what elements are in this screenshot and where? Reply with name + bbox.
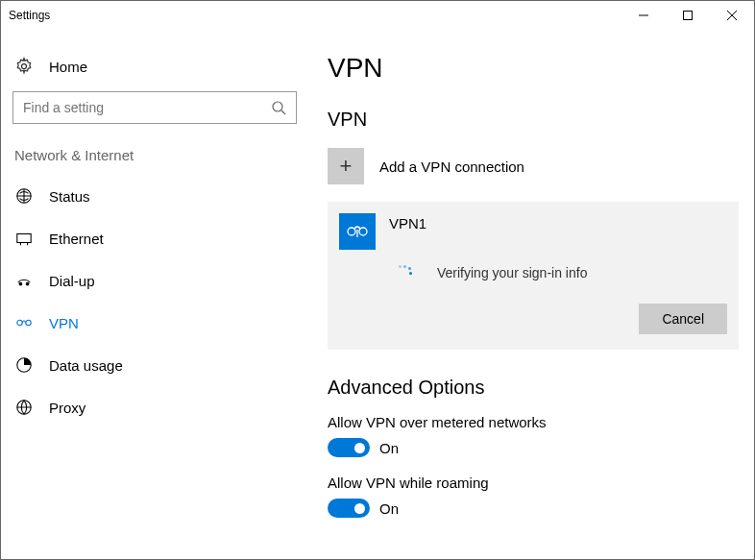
section-title: VPN (328, 109, 739, 131)
toggle-roaming-state: On (379, 500, 399, 517)
svg-point-11 (19, 282, 22, 285)
dialup-icon (14, 271, 34, 290)
sidebar-item-dialup[interactable]: Dial-up (11, 259, 299, 302)
sidebar-item-label: Status (49, 188, 90, 205)
home-nav[interactable]: Home (11, 49, 299, 91)
search-input[interactable] (23, 100, 271, 115)
home-label: Home (49, 59, 87, 75)
vpn-connection-card[interactable]: VPN1 Verifying your sign-in info Cancel (328, 202, 739, 350)
gear-icon (14, 57, 34, 76)
search-icon (271, 100, 286, 115)
vpn-status-row: Verifying your sign-in info (397, 265, 727, 280)
window-title: Settings (9, 9, 621, 22)
page-title: VPN (328, 53, 739, 84)
vpn-status-text: Verifying your sign-in info (437, 265, 587, 280)
titlebar: Settings (1, 1, 754, 30)
plus-icon: + (328, 148, 364, 184)
add-vpn-button[interactable]: + Add a VPN connection (328, 146, 739, 186)
sidebar-item-ethernet[interactable]: Ethernet (11, 217, 299, 259)
svg-point-5 (273, 102, 282, 111)
setting-roaming-label: Allow VPN while roaming (328, 475, 739, 491)
vpn-connection-name: VPN1 (389, 215, 426, 231)
maximize-icon (683, 11, 693, 20)
sidebar-item-label: Proxy (49, 400, 85, 416)
sidebar-item-label: Data usage (49, 357, 123, 374)
svg-point-13 (17, 320, 22, 325)
toggle-metered[interactable] (328, 438, 370, 457)
vpn-connection-icon (339, 213, 376, 250)
advanced-options-title: Advanced Options (328, 377, 739, 399)
proxy-icon (14, 398, 34, 417)
category-header: Network & Internet (11, 147, 299, 175)
sidebar-item-proxy[interactable]: Proxy (11, 386, 299, 428)
svg-point-4 (22, 64, 27, 69)
spinner-icon (397, 265, 412, 280)
close-icon (727, 11, 737, 20)
setting-metered-label: Allow VPN over metered networks (328, 414, 739, 430)
svg-point-12 (26, 282, 29, 285)
status-icon (14, 186, 34, 206)
svg-rect-8 (17, 234, 31, 243)
vpn-icon (14, 313, 34, 332)
sidebar: Home Network & Internet Status Ethernet … (1, 30, 308, 559)
svg-line-6 (281, 110, 285, 114)
toggle-roaming[interactable] (328, 499, 370, 518)
cancel-button[interactable]: Cancel (639, 304, 727, 334)
sidebar-item-label: VPN (49, 315, 79, 331)
sidebar-item-label: Dial-up (49, 273, 95, 289)
sidebar-item-status[interactable]: Status (11, 175, 299, 217)
toggle-metered-state: On (379, 440, 399, 456)
datausage-icon (14, 355, 34, 375)
minimize-button[interactable] (621, 1, 666, 30)
svg-rect-1 (684, 11, 693, 19)
maximize-button[interactable] (666, 1, 710, 30)
ethernet-icon (14, 229, 34, 248)
search-box[interactable] (12, 91, 297, 124)
minimize-icon (639, 11, 648, 20)
main-panel: VPN VPN + Add a VPN connection VPN1 Ver (308, 30, 754, 559)
sidebar-item-label: Ethernet (49, 231, 104, 247)
sidebar-item-datausage[interactable]: Data usage (11, 344, 299, 386)
svg-point-14 (26, 320, 31, 325)
close-button[interactable] (710, 1, 754, 30)
sidebar-item-vpn[interactable]: VPN (11, 302, 299, 344)
add-vpn-label: Add a VPN connection (379, 158, 524, 175)
